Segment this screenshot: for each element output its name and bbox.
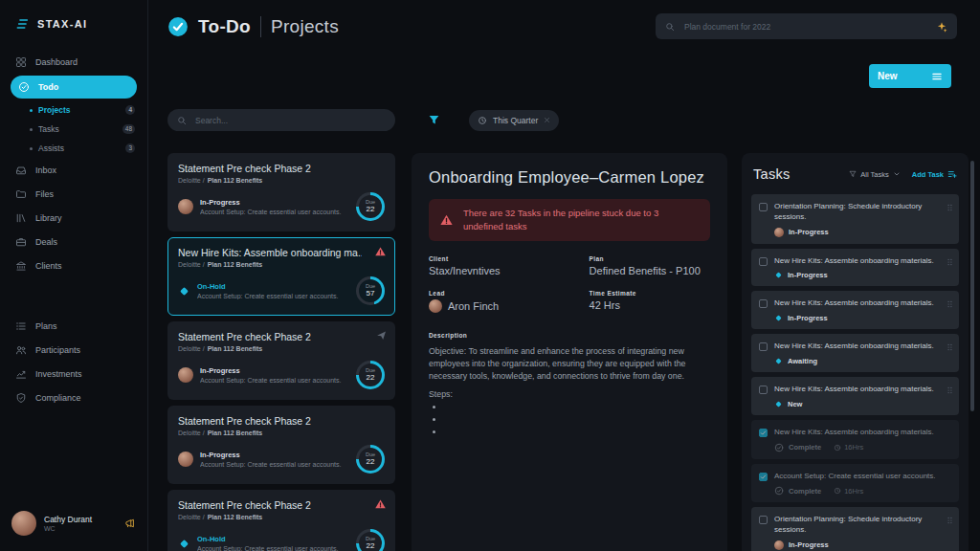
- tasks-filter-dropdown[interactable]: All Tasks: [849, 170, 900, 179]
- task-card[interactable]: New Hire Kits: Assemble onboarding mater…: [751, 377, 959, 415]
- filter-chip[interactable]: This Quarter: [469, 110, 559, 131]
- user-meta: Cathy Durant WC: [44, 515, 92, 532]
- assignee-avatar: [178, 367, 193, 383]
- sidebar-item-inbox[interactable]: Inbox: [0, 158, 147, 182]
- sidebar-item-library[interactable]: Library: [0, 206, 147, 230]
- add-task-button[interactable]: Add Task: [912, 169, 957, 179]
- description-label: Description: [429, 332, 467, 339]
- due-progress-ring: Due 22: [356, 529, 385, 551]
- sidebar-item-label: Compliance: [35, 393, 81, 403]
- project-search-input[interactable]: [193, 115, 386, 126]
- megaphone-icon[interactable]: [124, 518, 136, 529]
- task-card[interactable]: Orientation Planning: Schedule introduct…: [751, 507, 959, 551]
- task-checkbox[interactable]: [759, 342, 768, 351]
- sidebar-item-todo[interactable]: Todo: [11, 76, 137, 99]
- scrollbar[interactable]: [970, 161, 974, 411]
- sidebar-item-compliance[interactable]: Compliance: [0, 386, 147, 409]
- sidebar-item-deals[interactable]: Deals: [0, 230, 147, 253]
- task-text: New Hire Kits: Assemble onboarding mater…: [774, 385, 940, 395]
- project-client: Deloitte /: [178, 514, 205, 520]
- project-search[interactable]: [167, 109, 395, 131]
- sidebar-item-label: Library: [35, 213, 62, 223]
- project-task: Account Setup: Create essential user acc…: [200, 377, 349, 384]
- project-client: Deloitte /: [178, 430, 205, 436]
- task-checkbox[interactable]: [759, 203, 768, 211]
- alert-triangle-icon: [374, 246, 387, 257]
- steps-label: Steps:: [429, 389, 710, 399]
- search-icon: [177, 116, 187, 125]
- drag-handle-icon[interactable]: [946, 202, 954, 213]
- sidebar-subitem-projects[interactable]: Projects 4: [0, 100, 147, 120]
- sidebar-item-label: Todo: [38, 82, 58, 92]
- task-status-row: In-Progress: [774, 540, 940, 550]
- task-card[interactable]: New Hire Kits: Assemble onboarding mater…: [751, 334, 959, 372]
- task-status: Awaiting: [788, 357, 817, 365]
- send-icon[interactable]: [376, 330, 387, 341]
- sidebar-subitem-tasks[interactable]: Tasks 48: [0, 120, 147, 139]
- project-card[interactable]: Statement Pre check Phase 2 Deloitte /Pl…: [167, 153, 395, 231]
- project-card[interactable]: Statement Pre check Phase 2 Deloitte /Pl…: [167, 490, 395, 551]
- status-diamond-icon: [774, 400, 783, 408]
- assignee-avatar: [178, 199, 193, 214]
- task-card[interactable]: New Hire Kits: Assemble onboarding mater…: [751, 420, 959, 459]
- user-profile[interactable]: Cathy Durant WC: [0, 499, 147, 551]
- project-card[interactable]: New Hire Kits: Assemble onboarding ma...…: [167, 237, 395, 316]
- task-text: New Hire Kits: Assemble onboarding mater…: [774, 342, 940, 352]
- user-name: Cathy Durant: [44, 515, 92, 524]
- ai-sparkle-icon[interactable]: [936, 21, 947, 33]
- section-title: To-Do: [198, 16, 251, 37]
- sidebar-item-investments[interactable]: Investments: [0, 362, 147, 386]
- filter-icon[interactable]: [428, 114, 440, 126]
- new-button[interactable]: New: [869, 64, 951, 88]
- task-card[interactable]: Account Setup: Create essential user acc…: [751, 464, 959, 503]
- project-status-meta: On-Hold Account Setup: Create essential …: [197, 282, 349, 299]
- task-card[interactable]: New Hire Kits: Assemble onboarding mater…: [751, 249, 959, 287]
- task-checkbox[interactable]: [759, 386, 768, 394]
- shield-icon: [15, 392, 27, 404]
- task-card[interactable]: New Hire Kits: Assemble onboarding mater…: [751, 291, 959, 329]
- due-value: 22: [367, 374, 375, 382]
- bullet-dot: [30, 147, 33, 150]
- drag-handle-icon[interactable]: [946, 298, 954, 310]
- due-value: 22: [367, 542, 375, 550]
- filters-toolbar: This Quarter: [148, 88, 980, 131]
- sidebar-subitem-assists[interactable]: Assists 3: [0, 139, 147, 158]
- users-icon: [15, 344, 27, 356]
- sidebar-item-plans[interactable]: Plans: [0, 314, 147, 338]
- drag-handle-icon[interactable]: [946, 256, 954, 268]
- task-status-row: New: [774, 400, 940, 408]
- project-card-footer: On-Hold Account Setup: Create essential …: [178, 529, 385, 551]
- task-card[interactable]: Orientation Planning: Schedule introduct…: [751, 194, 959, 244]
- due-progress-ring: Due 22: [356, 445, 385, 474]
- task-checkbox[interactable]: [759, 473, 768, 481]
- global-search-input[interactable]: [682, 21, 928, 33]
- task-checkbox[interactable]: [759, 516, 768, 524]
- drag-handle-icon[interactable]: [946, 515, 954, 526]
- project-subtitle: Deloitte /Plan 112 Benefits: [178, 430, 385, 436]
- project-title: New Hire Kits: Assemble onboarding ma...: [178, 247, 362, 258]
- drag-handle-icon[interactable]: [946, 385, 954, 396]
- project-card[interactable]: Statement Pre check Phase 2 Deloitte /Pl…: [167, 321, 395, 400]
- task-checkbox[interactable]: [759, 257, 768, 266]
- drag-handle-icon[interactable]: [946, 342, 954, 353]
- lead-row: Aron Finch: [429, 299, 590, 313]
- task-checkbox[interactable]: [759, 299, 768, 308]
- due-value: 22: [367, 206, 375, 213]
- project-plan: Plan 112 Benefits: [208, 261, 263, 268]
- client-label: Client: [429, 255, 590, 262]
- project-status: On-Hold: [197, 535, 349, 543]
- close-icon[interactable]: [544, 117, 550, 123]
- filter-icon: [849, 170, 857, 178]
- folder-icon: [15, 188, 27, 200]
- project-card[interactable]: Statement Pre check Phase 2 Deloitte /Pl…: [167, 406, 395, 484]
- task-checkbox[interactable]: [759, 429, 768, 437]
- sidebar-item-participants[interactable]: Participants: [0, 338, 147, 362]
- user-avatar: [11, 511, 36, 536]
- sidebar-item-clients[interactable]: Clients: [0, 253, 147, 277]
- page-title: Projects: [271, 16, 339, 37]
- project-card-footer: In-Progress Account Setup: Create essent…: [178, 445, 385, 474]
- sidebar-item-files[interactable]: Files: [0, 182, 147, 206]
- global-search[interactable]: [656, 13, 957, 39]
- sidebar-item-dashboard[interactable]: Dashboard: [0, 50, 147, 74]
- clock-icon: [834, 487, 841, 495]
